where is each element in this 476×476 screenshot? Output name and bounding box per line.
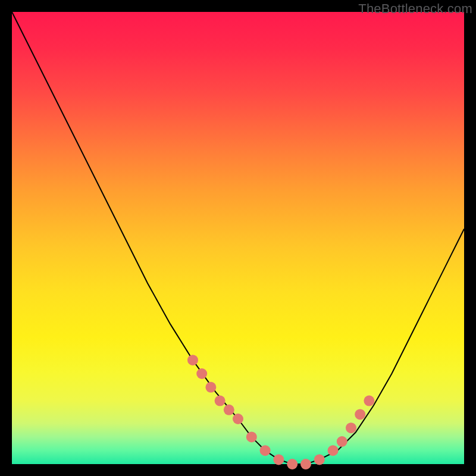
- highlight-dot: [224, 405, 234, 415]
- highlight-dot: [337, 436, 347, 447]
- highlight-dot: [300, 459, 311, 469]
- highlight-dot: [246, 431, 257, 442]
- highlight-dot: [355, 409, 365, 419]
- plot-area: [12, 12, 464, 464]
- highlight-dot: [196, 368, 207, 379]
- highlight-dots: [187, 355, 374, 469]
- chart-svg: [12, 12, 464, 464]
- highlight-dot: [260, 445, 271, 456]
- highlight-dot: [205, 382, 216, 393]
- highlight-dot: [328, 445, 339, 456]
- highlight-dot: [215, 396, 226, 406]
- highlight-dot: [364, 396, 374, 406]
- chart-frame: TheBottleneck.com: [0, 0, 476, 476]
- watermark-text: TheBottleneck.com: [358, 1, 472, 17]
- highlight-dot: [233, 414, 243, 424]
- bottleneck-curve: [12, 12, 464, 464]
- highlight-dot: [314, 454, 325, 465]
- highlight-dot: [346, 422, 356, 433]
- highlight-dot: [187, 355, 198, 365]
- highlight-dot: [287, 459, 298, 469]
- highlight-dot: [273, 454, 284, 465]
